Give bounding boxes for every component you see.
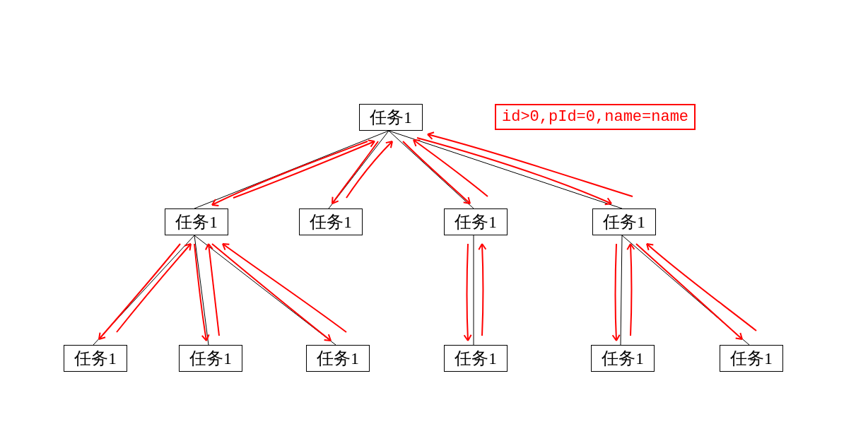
node-label: 任务1 [602,349,644,368]
annotation-box: id>0,pId=0,name=name [495,104,696,130]
arrow-down-l2c-l3d [467,244,469,341]
arrow-down-root-l2b [332,141,378,204]
node-label: 任务1 [175,213,218,231]
edge-l2d-l3f [622,235,749,345]
node-l3f: 任务1 [720,345,783,372]
arrow-down-l2d-l3e [616,244,617,341]
node-label: 任务1 [454,213,497,231]
arrow-up-l3c-l2a [223,244,346,332]
arrow-down-l2a-l3c [212,244,331,341]
node-l2d: 任务1 [592,208,656,235]
node-l2c: 任务1 [444,208,508,235]
arrow-up-l3f-l2d [647,244,756,331]
node-l2b: 任务1 [299,208,363,235]
arrow-down-root-l2d [417,138,611,204]
node-l3a: 任务1 [64,345,127,372]
edge-root-l2b [329,131,389,208]
edge-root-l2a [194,131,389,208]
node-label: 任务1 [317,349,359,368]
node-l3c: 任务1 [306,345,370,372]
node-l3d: 任务1 [444,345,508,372]
arrow-up-l2d-root [428,134,633,196]
arrow-up-l2b-root [346,141,392,198]
arrow-up-l3a-l2a [117,244,191,332]
node-l3b: 任务1 [179,345,242,372]
node-label: 任务1 [189,349,232,368]
arrow-down-l2a-l3b [194,244,206,341]
annotation-text: id>0,pId=0,name=name [502,108,688,126]
edge-root-l2c [389,131,474,208]
diagram-stage: 任务1 id>0,pId=0,name=name 任务1 任务1 任务1 任务1… [0,0,868,429]
arrow-up-l3b-l2a [209,244,219,336]
node-label: 任务1 [603,213,645,231]
node-label: 任务1 [310,213,352,231]
edge-l2a-l3a [93,235,194,345]
arrow-up-l3d-l2c [482,244,483,336]
node-label: 任务1 [730,349,773,368]
arrow-up-l2c-root [414,140,488,196]
node-root: 任务1 [359,104,423,131]
arrow-up-l3e-l2d [631,244,632,336]
arrow-up-l2a-root [233,141,375,198]
arrow-down-l2d-l3f [636,244,742,339]
edge-l2a-l3b [194,235,209,345]
node-label: 任务1 [454,349,497,368]
edge-l2a-l3c [194,235,336,345]
edge-l2d-l3e [621,235,622,345]
arrow-down-root-l2a [212,141,368,205]
edge-root-l2d [389,131,622,208]
arrow-down-l2a-l3a [99,244,180,339]
node-label: 任务1 [370,108,412,127]
node-l2a: 任务1 [165,208,228,235]
node-label: 任务1 [74,349,117,368]
arrow-down-root-l2c [403,141,470,204]
node-l3e: 任务1 [591,345,655,372]
